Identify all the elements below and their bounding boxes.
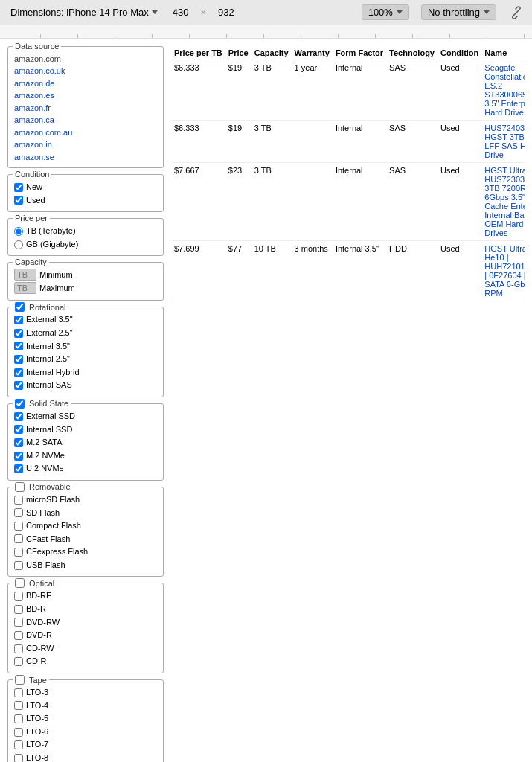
- option-checkbox[interactable]: [14, 631, 23, 640]
- tape-content: LTO-3LTO-4LTO-5LTO-6LTO-7LTO-8LTO-9: [14, 683, 157, 762]
- form-factor-cell: Internal: [333, 60, 386, 121]
- ruler-mark: [152, 34, 153, 39]
- device-dimensions-button[interactable]: Dimensions: iPhone 14 Pro Max: [7, 5, 161, 19]
- option-checkbox[interactable]: [14, 452, 23, 461]
- optical-legend-checkbox[interactable]: [15, 578, 25, 588]
- ruler-mark: [301, 34, 301, 39]
- option-label: USB Flash: [26, 559, 65, 572]
- option-checkbox[interactable]: [14, 688, 23, 697]
- main-content: Data source amazon.com amazon.co.ukamazo…: [0, 39, 532, 762]
- option-checkbox[interactable]: [14, 522, 23, 531]
- dimensions-selector[interactable]: Dimensions: iPhone 14 Pro Max: [7, 5, 161, 19]
- datasource-link-amazon.se[interactable]: amazon.se: [14, 151, 157, 164]
- chain-icon[interactable]: [508, 4, 525, 21]
- option-checkbox[interactable]: [14, 592, 23, 601]
- solid-state-legend-checkbox[interactable]: [15, 399, 25, 409]
- datasource-link-amazon.es[interactable]: amazon.es: [14, 89, 157, 102]
- removable-section: Removable microSD FlashSD FlashCompact F…: [7, 487, 164, 577]
- condition-option: New: [14, 181, 157, 194]
- table-header-cell: Price per TB: [171, 46, 225, 60]
- removable-legend-checkbox[interactable]: [15, 482, 25, 492]
- option-checkbox[interactable]: [14, 412, 23, 421]
- datasource-link-amazon.co.uk[interactable]: amazon.co.uk: [14, 65, 157, 77]
- option-checkbox[interactable]: [14, 618, 23, 627]
- product-link[interactable]: Seagate Constellation 3TB ES.2 ST3300065…: [484, 63, 525, 117]
- technology-cell: SAS: [386, 163, 438, 241]
- checkbox-option: External 3.5": [14, 313, 157, 327]
- option-checkbox[interactable]: [14, 548, 23, 557]
- datasource-link-amazon.de[interactable]: amazon.de: [14, 77, 157, 90]
- option-checkbox[interactable]: [14, 496, 23, 505]
- option-checkbox[interactable]: [14, 605, 23, 614]
- name-cell: HUS724030ALS640 HGST 3TB 7.2K 6G LFF SAS…: [481, 121, 525, 163]
- checkbox-option: LTO-8: [14, 752, 157, 762]
- checkbox-option: CFexpress Flash: [14, 545, 157, 559]
- option-checkbox[interactable]: [14, 561, 23, 570]
- technology-cell: HDD: [386, 241, 438, 301]
- checkbox-option: U.2 NVMe: [14, 462, 157, 476]
- price-per-tb-cell: $6.333: [171, 60, 225, 121]
- form-factor-cell: Internal: [333, 121, 386, 163]
- option-label: SD Flash: [26, 507, 60, 520]
- option-checkbox[interactable]: [14, 316, 23, 324]
- option-checkbox[interactable]: [14, 728, 23, 737]
- product-link[interactable]: HUS724030ALS640 HGST 3TB 7.2K 6G LFF SAS…: [484, 124, 525, 159]
- width-value: 430: [173, 7, 189, 18]
- product-link[interactable]: HGST Ultrastar He10 | HUH721010ALE600 | …: [484, 244, 525, 298]
- price-per-radio[interactable]: [14, 227, 23, 236]
- price-per-label: GB (Gigabyte): [26, 238, 78, 252]
- rotational-content: External 3.5"External 2.5"Internal 3.5"I…: [14, 310, 157, 392]
- option-checkbox[interactable]: [14, 701, 23, 710]
- option-checkbox[interactable]: [14, 425, 23, 434]
- option-checkbox[interactable]: [14, 342, 23, 350]
- removable-content: microSD FlashSD FlashCompact FlashCFast …: [14, 490, 157, 572]
- option-checkbox[interactable]: [14, 381, 23, 390]
- option-checkbox[interactable]: [14, 368, 23, 377]
- capacity-min-input[interactable]: [14, 269, 36, 281]
- datasource-link-amazon.fr[interactable]: amazon.fr: [14, 102, 157, 115]
- tape-legend: Tape: [13, 675, 49, 685]
- option-checkbox[interactable]: [14, 754, 23, 762]
- condition-checkbox[interactable]: [14, 183, 23, 192]
- condition-label: Used: [26, 194, 45, 208]
- option-checkbox[interactable]: [14, 329, 23, 338]
- name-cell: HGST Ultrastar HUS723030ALS640 3TB 7200R…: [481, 163, 525, 241]
- warranty-cell: 3 months: [292, 241, 333, 301]
- checkbox-option: Internal SSD: [14, 423, 157, 437]
- option-checkbox[interactable]: [14, 644, 23, 653]
- option-label: LTO-8: [26, 752, 48, 762]
- option-checkbox[interactable]: [14, 508, 23, 517]
- optical-legend: Optical: [13, 578, 57, 588]
- capacity-max-input[interactable]: [14, 282, 36, 294]
- sidebar: Data source amazon.com amazon.co.ukamazo…: [7, 46, 164, 762]
- ruler-mark: [375, 34, 376, 39]
- condition-checkbox[interactable]: [14, 196, 23, 205]
- zoom-button[interactable]: 100%: [362, 4, 409, 20]
- option-checkbox[interactable]: [14, 714, 23, 723]
- option-checkbox[interactable]: [14, 657, 23, 666]
- ruler-mark: [40, 34, 41, 39]
- price-per-legend: Price per: [13, 214, 50, 222]
- rotational-legend-checkbox[interactable]: [15, 302, 25, 312]
- ruler-mark: [189, 34, 190, 39]
- table-body: $6.333$193 TB1 yearInternalSASUsedSeagat…: [171, 60, 525, 301]
- option-checkbox[interactable]: [14, 355, 23, 364]
- condition-cell: Used: [438, 163, 481, 241]
- condition-cell: Used: [438, 241, 481, 301]
- option-checkbox[interactable]: [14, 740, 23, 749]
- price-per-radio[interactable]: [14, 240, 23, 249]
- datasource-link-amazon.com.au[interactable]: amazon.com.au: [14, 127, 157, 139]
- datasource-link-amazon.in[interactable]: amazon.in: [14, 138, 157, 151]
- option-label: U.2 NVMe: [26, 462, 64, 476]
- option-checkbox[interactable]: [14, 464, 23, 473]
- price-per-label: TB (Terabyte): [26, 225, 76, 238]
- throttle-button[interactable]: No throttling: [421, 4, 496, 20]
- price-cell: $19: [225, 121, 251, 163]
- tape-legend-checkbox[interactable]: [15, 675, 25, 685]
- option-checkbox[interactable]: [14, 534, 23, 543]
- option-label: BD-R: [26, 603, 46, 616]
- product-link[interactable]: HGST Ultrastar HUS723030ALS640 3TB 7200R…: [484, 166, 525, 237]
- option-checkbox[interactable]: [14, 438, 23, 447]
- datasource-link-amazon.ca[interactable]: amazon.ca: [14, 114, 157, 127]
- table-row: $6.333$193 TBInternalSASUsedHUS724030ALS…: [171, 121, 525, 163]
